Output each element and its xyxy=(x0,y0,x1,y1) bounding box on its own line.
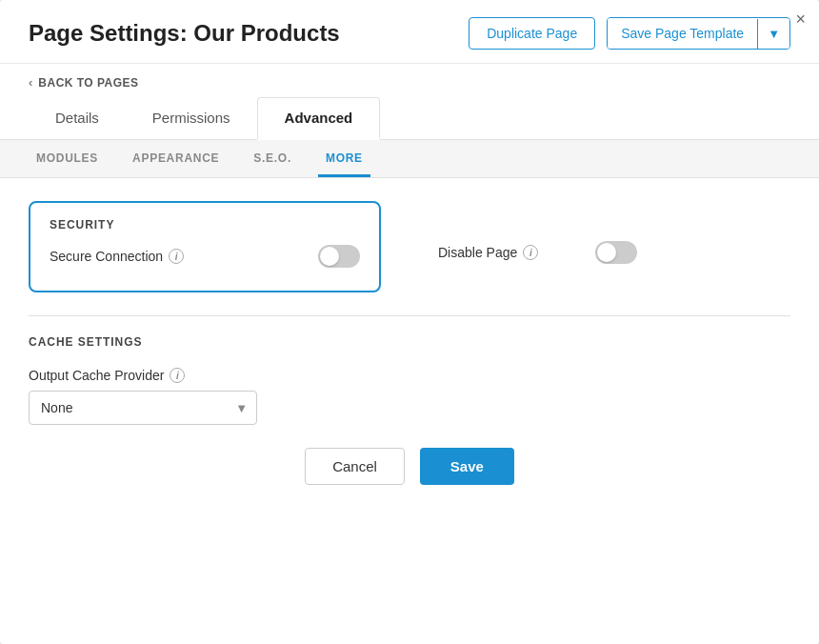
output-cache-label-text: Output Cache Provider xyxy=(29,368,164,383)
secure-connection-toggle[interactable] xyxy=(318,245,360,268)
sub-tab-modules[interactable]: MODULES xyxy=(29,140,106,177)
duplicate-page-button[interactable]: Duplicate Page xyxy=(469,17,595,50)
sub-tabs: MODULES APPEARANCE S.E.O. MORE xyxy=(0,140,819,178)
header-buttons: Duplicate Page Save Page Template ▼ xyxy=(469,17,790,50)
close-button[interactable]: × xyxy=(795,10,806,30)
save-template-split-button: Save Page Template ▼ xyxy=(607,17,790,50)
modal: × Page Settings: Our Products Duplicate … xyxy=(0,0,819,644)
cache-section-title: CACHE SETTINGS xyxy=(29,335,790,349)
back-to-pages-nav[interactable]: ‹ BACK TO PAGES xyxy=(0,64,819,90)
footer-buttons: Cancel Save xyxy=(29,425,790,494)
save-template-dropdown-button[interactable]: ▼ xyxy=(757,19,789,49)
sub-tab-appearance[interactable]: APPEARANCE xyxy=(125,140,227,177)
main-tabs: Details Permissions Advanced xyxy=(0,97,819,140)
divider xyxy=(29,315,790,316)
top-settings-row: SECURITY Secure Connection i Disable Pag… xyxy=(29,201,790,296)
secure-connection-info-icon[interactable]: i xyxy=(169,249,184,264)
modal-header: Page Settings: Our Products Duplicate Pa… xyxy=(0,0,819,64)
back-chevron-icon: ‹ xyxy=(29,75,32,90)
output-cache-select[interactable]: None Default Custom xyxy=(29,391,257,425)
content-area: MODULES APPEARANCE S.E.O. MORE SECURITY … xyxy=(0,140,819,644)
output-cache-label: Output Cache Provider i xyxy=(29,368,790,383)
security-section: SECURITY Secure Connection i xyxy=(29,201,381,292)
disable-page-info-icon[interactable]: i xyxy=(523,245,538,260)
disable-page-toggle[interactable] xyxy=(595,241,637,264)
cache-section: CACHE SETTINGS Output Cache Provider i N… xyxy=(29,335,790,425)
save-template-button[interactable]: Save Page Template xyxy=(608,18,757,49)
page-content: SECURITY Secure Connection i Disable Pag… xyxy=(0,178,819,644)
sub-tab-more[interactable]: MORE xyxy=(318,140,370,177)
output-cache-info-icon[interactable]: i xyxy=(170,368,185,383)
save-button[interactable]: Save xyxy=(420,448,514,485)
disable-page-row: Disable Page i xyxy=(438,201,637,264)
output-cache-select-wrapper: None Default Custom ▼ xyxy=(29,391,257,425)
sub-tab-seo[interactable]: S.E.O. xyxy=(246,140,299,177)
tab-advanced[interactable]: Advanced xyxy=(257,97,381,140)
secure-connection-text: Secure Connection xyxy=(50,249,163,264)
disable-page-text: Disable Page xyxy=(438,245,517,260)
security-section-title: SECURITY xyxy=(50,218,360,231)
secure-connection-row: Secure Connection i xyxy=(50,245,360,268)
page-title: Page Settings: Our Products xyxy=(29,20,340,47)
tab-permissions[interactable]: Permissions xyxy=(126,97,257,140)
disable-page-label: Disable Page i xyxy=(438,245,538,260)
cancel-button[interactable]: Cancel xyxy=(305,448,405,485)
tab-details[interactable]: Details xyxy=(29,97,126,140)
secure-connection-label: Secure Connection i xyxy=(50,249,184,264)
back-nav-label: BACK TO PAGES xyxy=(38,76,138,90)
